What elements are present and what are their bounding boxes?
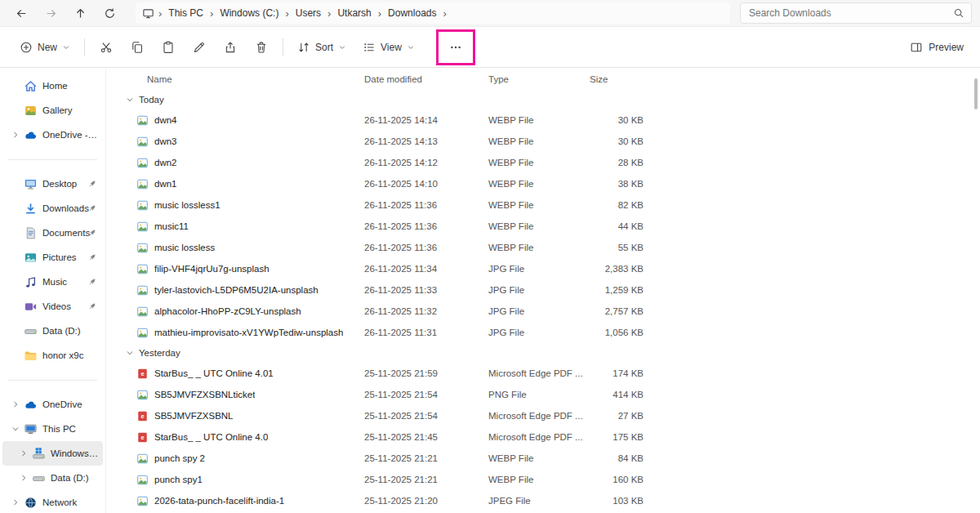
file-row[interactable]: dwn326-11-2025 14:13WEBP File30 KB	[106, 131, 980, 152]
file-row[interactable]: mathieu-improvisato-xV1YWpTediw-unsplash…	[106, 322, 980, 343]
file-type: WEBP File	[488, 158, 588, 167]
sidebar-item-windows-c[interactable]: Windows (C:)	[2, 441, 103, 466]
sidebar-item-data-d[interactable]: Data (D:)	[2, 319, 103, 343]
cut-button[interactable]	[91, 33, 122, 61]
sort-icon	[297, 41, 310, 54]
chevron-right-icon[interactable]	[7, 399, 24, 409]
chevron-right-icon[interactable]	[16, 448, 32, 458]
chevron-right-icon[interactable]: ›	[439, 7, 450, 20]
view-button[interactable]: View	[354, 35, 423, 60]
chevron-down-icon	[62, 43, 70, 51]
sidebar-section-divider	[0, 147, 105, 172]
breadcrumb-item-utkarsh[interactable]: Utkarsh	[335, 7, 373, 19]
file-date-modified: 26-11-2025 11:31	[364, 328, 488, 337]
group-header-yesterday[interactable]: Yesterday	[106, 343, 980, 363]
chevron-down-icon[interactable]	[7, 424, 24, 434]
preview-button[interactable]: Preview	[905, 35, 969, 60]
file-row[interactable]: dwn226-11-2025 14:12WEBP File28 KB	[106, 152, 980, 173]
up-button[interactable]	[65, 2, 95, 24]
chevron-right-icon[interactable]	[7, 497, 24, 507]
file-row[interactable]: filip-VHF4jqrUu7g-unsplash26-11-2025 11:…	[106, 258, 980, 279]
file-row[interactable]: eSB5JMVFZXSBNL25-11-2025 21:54Microsoft …	[106, 405, 980, 426]
file-row[interactable]: punch spy 225-11-2025 21:21WEBP File84 K…	[106, 448, 980, 469]
column-header-size[interactable]: Size	[588, 74, 647, 84]
pictures-icon	[24, 251, 38, 265]
chevron-right-icon[interactable]: ›	[374, 7, 385, 20]
file-row[interactable]: dwn126-11-2025 14:10WEBP File38 KB	[106, 173, 980, 194]
file-row[interactable]: music lossless26-11-2025 11:36WEBP File5…	[106, 237, 980, 258]
chevron-spacer	[7, 326, 24, 336]
breadcrumb-item-this-pc[interactable]: This PC	[166, 7, 206, 19]
file-name: alphacolor-HhoPP-zC9LY-unsplash	[154, 306, 301, 316]
file-row[interactable]: eStarBus_ _ UTC Online 4.025-11-2025 21:…	[106, 426, 980, 448]
chevron-right-icon[interactable]	[7, 130, 24, 140]
file-name: tyler-lastovich-L5DP6M5U2IA-unsplash	[154, 285, 318, 295]
rename-button[interactable]	[184, 33, 215, 61]
chevron-right-icon[interactable]: ›	[323, 7, 335, 20]
file-row[interactable]: 2026-tata-punch-facelift-india-125-11-20…	[106, 490, 980, 511]
forward-button[interactable]	[36, 2, 65, 24]
more-options-button[interactable]	[440, 33, 471, 61]
file-date-modified: 25-11-2025 21:45	[364, 432, 488, 442]
sidebar-item-downloads[interactable]: Downloads	[2, 196, 103, 221]
paste-button[interactable]	[153, 33, 184, 61]
breadcrumb-item-downloads[interactable]: Downloads	[385, 7, 439, 19]
file-type: WEBP File	[488, 475, 588, 484]
sidebar-item-onedrive[interactable]: OneDrive	[2, 392, 103, 417]
chevron-right-icon[interactable]: ›	[281, 7, 292, 20]
column-headers: Name Date modified Type Size	[106, 69, 980, 90]
refresh-button[interactable]	[95, 2, 124, 24]
file-type: WEBP File	[488, 453, 588, 463]
sidebar-item-label: OneDrive - Personal	[42, 130, 100, 140]
file-name: music11	[154, 221, 189, 231]
sidebar-item-honor-x9c[interactable]: honor x9c	[2, 343, 103, 368]
sidebar-item-home[interactable]: Home	[2, 74, 103, 98]
sidebar-item-documents[interactable]: Documents	[2, 221, 103, 245]
search-input[interactable]	[740, 2, 972, 24]
copy-button[interactable]	[122, 33, 153, 61]
file-type: JPG File	[488, 328, 588, 337]
sidebar-item-gallery[interactable]: Gallery	[2, 98, 103, 123]
sidebar-item-network[interactable]: Network	[2, 490, 103, 513]
file-row[interactable]: tyler-lastovich-L5DP6M5U2IA-unsplash26-1…	[106, 279, 980, 301]
sort-button[interactable]: Sort	[289, 35, 354, 60]
sidebar-item-music[interactable]: Music	[2, 270, 103, 294]
file-row[interactable]: SB5JMVFZXSBNLticket25-11-2025 21:54PNG F…	[106, 384, 980, 405]
chevron-right-icon[interactable]: ›	[206, 7, 217, 20]
file-row[interactable]: eStarBus_ _ UTC Online 4.0125-11-2025 21…	[106, 363, 980, 384]
file-row[interactable]: punch spy125-11-2025 21:21WEBP File160 K…	[106, 469, 980, 490]
file-name: music lossless	[154, 243, 215, 252]
sidebar-item-label: This PC	[42, 424, 100, 434]
back-button[interactable]	[7, 2, 36, 24]
new-button[interactable]: New	[11, 35, 78, 60]
file-row[interactable]: dwn426-11-2025 14:14WEBP File30 KB	[106, 109, 980, 131]
breadcrumb-item-users[interactable]: Users	[293, 7, 323, 19]
sidebar-item-this-pc[interactable]: This PC	[2, 417, 103, 441]
sidebar-item-label: honor x9c	[42, 350, 100, 360]
sidebar-item-videos[interactable]: Videos	[2, 294, 103, 319]
chevron-right-icon[interactable]	[16, 473, 32, 483]
scrollbar-thumb[interactable]	[974, 78, 978, 109]
column-header-date-modified[interactable]: Date modified	[364, 74, 488, 84]
delete-button[interactable]	[246, 33, 277, 61]
computer-icon	[24, 422, 38, 436]
pin-icon	[87, 228, 97, 238]
pdf-file-icon: e	[136, 410, 149, 422]
file-name-cell: dwn4	[126, 114, 364, 127]
file-row[interactable]: music lossless126-11-2025 11:36WEBP File…	[106, 194, 980, 216]
sidebar-item-data-d[interactable]: Data (D:)	[2, 466, 103, 490]
share-button[interactable]	[215, 33, 246, 61]
sidebar-item-onedrive-personal[interactable]: OneDrive - Personal	[2, 123, 103, 147]
sidebar-item-label: Gallery	[42, 105, 100, 115]
breadcrumb-item-windows-c[interactable]: Windows (C:)	[217, 7, 281, 19]
sidebar-item-pictures[interactable]: Pictures	[2, 245, 103, 270]
file-row[interactable]: alphacolor-HhoPP-zC9LY-unsplash26-11-202…	[106, 301, 980, 322]
column-header-type[interactable]: Type	[488, 74, 588, 84]
chevron-right-icon[interactable]: ›	[154, 7, 166, 20]
drive-icon	[32, 471, 46, 485]
group-header-today[interactable]: Today	[106, 90, 980, 109]
file-row[interactable]: music1126-11-2025 11:36WEBP File44 KB	[106, 216, 980, 237]
sidebar-item-desktop[interactable]: Desktop	[2, 172, 103, 196]
column-header-name[interactable]: Name	[126, 74, 364, 84]
delete-icon	[255, 41, 268, 54]
